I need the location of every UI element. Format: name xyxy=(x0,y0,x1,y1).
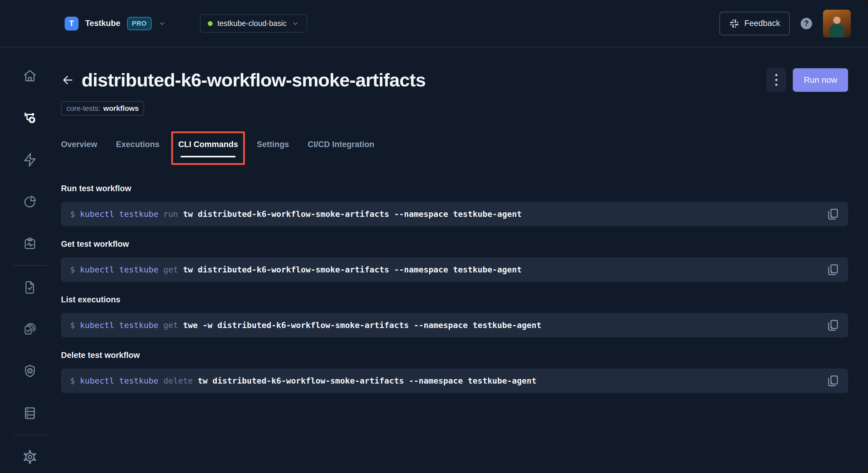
pie-chart-icon xyxy=(22,194,37,209)
sidebar-item-insights[interactable] xyxy=(22,194,38,209)
org-switcher[interactable]: T Testkube PRO xyxy=(65,17,166,31)
label-chip-value: workflows xyxy=(103,104,138,113)
copy-icon xyxy=(826,208,840,221)
command-base: kubectl testkube xyxy=(80,320,163,330)
lightning-icon xyxy=(22,152,37,167)
server-rack-icon xyxy=(22,406,37,421)
command-verb: get xyxy=(163,265,183,274)
sidebar-item-tests[interactable] xyxy=(22,280,38,295)
tab-label: CI/CD Integration xyxy=(308,140,374,149)
slack-icon xyxy=(729,19,739,29)
test-workflows-icon xyxy=(22,110,37,125)
kebab-menu-icon xyxy=(775,74,777,76)
command-verb: run xyxy=(163,209,183,219)
page-title: distributed-k6-workflow-smoke-artifacts xyxy=(82,69,426,91)
question-mark-icon: ? xyxy=(804,19,808,28)
section-heading: Run test workflow xyxy=(61,184,848,193)
copy-icon xyxy=(826,263,840,276)
tab-label: Overview xyxy=(61,140,97,149)
back-button[interactable] xyxy=(61,73,74,87)
sidebar-item-test-workflows[interactable] xyxy=(22,110,38,126)
sidebar-item-monitoring[interactable] xyxy=(22,236,38,251)
chevron-down-icon xyxy=(158,20,166,28)
copy-command-button[interactable] xyxy=(826,262,840,277)
env-status-dot xyxy=(208,21,213,26)
active-tab-underline xyxy=(181,156,236,157)
shield-gear-icon xyxy=(22,364,37,379)
title-actions: Run now xyxy=(766,68,848,92)
testkube-logo-icon xyxy=(18,9,42,38)
command-base: kubectl testkube xyxy=(80,209,163,219)
tab-overview[interactable]: Overview xyxy=(61,140,97,157)
env-name: testkube-cloud-basic xyxy=(217,19,287,28)
sidebar-item-sources[interactable] xyxy=(22,405,38,421)
top-bar: T Testkube PRO testkube-cloud-basic Feed… xyxy=(0,0,868,48)
tab-label: CLI Commands xyxy=(178,140,238,149)
cli-sections: Run test workflow$ kubectl testkube run … xyxy=(61,184,848,393)
labels-row: core-tests: workflows xyxy=(61,101,848,116)
command-prompt: $ xyxy=(70,265,80,274)
sidebar-item-webhooks[interactable] xyxy=(22,364,38,379)
main-content: distributed-k6-workflow-smoke-artifacts … xyxy=(60,48,868,473)
org-initial-badge: T xyxy=(65,17,79,31)
doc-check-icon xyxy=(22,280,37,295)
command-base: kubectl testkube xyxy=(80,265,163,274)
tab-label: Settings xyxy=(257,140,289,149)
sidebar-divider xyxy=(13,265,47,266)
tab-label: Executions xyxy=(116,140,159,149)
copy-icon xyxy=(826,374,840,387)
section-heading: Delete test workflow xyxy=(61,351,848,360)
label-chip-key: core-tests: xyxy=(66,104,100,113)
sidebar-item-test-suites[interactable] xyxy=(22,322,38,337)
command-args: tw distributed-k6-workflow-smoke-artifac… xyxy=(183,209,522,219)
sidebar-item-triggers[interactable] xyxy=(22,152,38,168)
feedback-button[interactable]: Feedback xyxy=(719,12,790,35)
command-args: tw distributed-k6-workflow-smoke-artifac… xyxy=(183,265,522,274)
section-heading: List executions xyxy=(61,295,848,305)
section-heading: Get test workflow xyxy=(61,240,848,249)
gear-icon xyxy=(22,449,37,465)
cli-command-section: Run test workflow$ kubectl testkube run … xyxy=(61,184,848,226)
command-prompt: $ xyxy=(70,376,80,385)
command-code-block: $ kubectl testkube get tw distributed-k6… xyxy=(61,257,848,282)
app-window: T Testkube PRO testkube-cloud-basic Feed… xyxy=(0,0,868,473)
feedback-label: Feedback xyxy=(744,19,780,28)
run-now-button[interactable]: Run now xyxy=(793,68,848,92)
help-button[interactable]: ? xyxy=(801,18,812,29)
clipboard-pulse-icon xyxy=(22,236,37,251)
more-options-button[interactable] xyxy=(766,68,786,92)
environment-selector[interactable]: testkube-cloud-basic xyxy=(200,14,307,33)
sidebar xyxy=(0,48,60,473)
sidebar-divider xyxy=(13,435,47,435)
copy-icon xyxy=(826,319,840,332)
sidebar-item-dashboard[interactable] xyxy=(22,68,38,84)
cli-command-section: Get test workflow$ kubectl testkube get … xyxy=(61,240,848,282)
arrow-left-icon xyxy=(61,73,74,87)
tab-settings[interactable]: Settings xyxy=(257,140,289,157)
cli-command-section: List executions$ kubectl testkube get tw… xyxy=(61,295,848,337)
copy-command-button[interactable] xyxy=(826,374,840,388)
command-base: kubectl testkube xyxy=(80,376,163,385)
command-verb: get xyxy=(163,320,183,330)
label-chip: core-tests: workflows xyxy=(61,101,144,116)
home-icon xyxy=(22,68,37,83)
sidebar-item-settings[interactable] xyxy=(22,449,38,465)
chevron-down-icon xyxy=(291,20,299,28)
copy-command-button[interactable] xyxy=(826,318,840,333)
cli-command-section: Delete test workflow$ kubectl testkube d… xyxy=(61,351,848,393)
tab-cli-commands[interactable]: CLI Commands xyxy=(178,140,238,157)
docs-stack-check-icon xyxy=(22,322,37,337)
user-avatar[interactable] xyxy=(823,10,851,37)
org-name: Testkube xyxy=(85,19,121,28)
tab-executions[interactable]: Executions xyxy=(116,140,159,157)
page-header: distributed-k6-workflow-smoke-artifacts … xyxy=(61,68,848,92)
command-code-block: $ kubectl testkube run tw distributed-k6… xyxy=(61,202,848,226)
tab-ci-cd-integration[interactable]: CI/CD Integration xyxy=(308,140,374,157)
command-prompt: $ xyxy=(70,209,80,219)
command-code-block: $ kubectl testkube get twe -w distribute… xyxy=(61,313,848,337)
plan-badge: PRO xyxy=(127,17,152,30)
command-code-block: $ kubectl testkube delete tw distributed… xyxy=(61,369,848,393)
command-prompt: $ xyxy=(70,320,80,330)
tab-bar: OverviewExecutionsCLI CommandsSettingsCI… xyxy=(61,140,848,157)
copy-command-button[interactable] xyxy=(826,207,840,221)
